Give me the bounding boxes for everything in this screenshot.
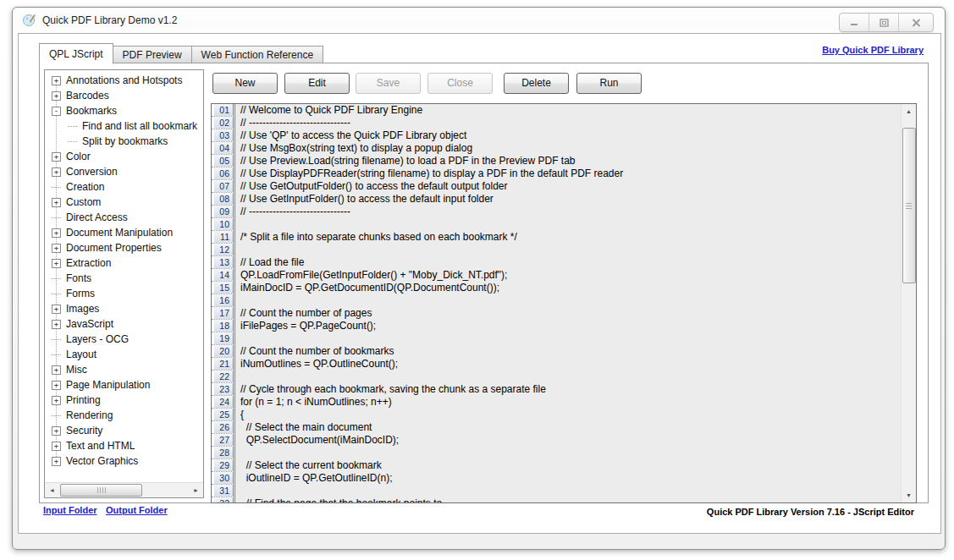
- expand-icon[interactable]: +: [52, 381, 61, 390]
- save-button[interactable]: Save: [356, 73, 421, 94]
- tree-item-security[interactable]: +Security: [45, 423, 203, 438]
- close-script-button[interactable]: Close: [427, 73, 493, 94]
- line-number: 06: [212, 167, 235, 180]
- scroll-down-icon[interactable]: ▼: [902, 488, 916, 502]
- editor-vertical-scrollbar[interactable]: ▲ ▼: [901, 104, 916, 502]
- tree-item-annotations-and-hotspots[interactable]: +Annotations and Hotspots: [45, 73, 203, 88]
- expand-icon[interactable]: +: [52, 457, 61, 466]
- scroll-up-icon[interactable]: ▲: [902, 104, 916, 118]
- expand-icon[interactable]: +: [52, 320, 61, 329]
- tab-web-function-reference[interactable]: Web Function Reference: [192, 46, 324, 63]
- tree-connector: [68, 126, 77, 127]
- code-line: 20// Count the number of bookmarks: [212, 345, 902, 358]
- tree-item-label: Document Manipulation: [66, 227, 173, 239]
- code-line: 32 // Find the page that the bookmark po…: [212, 497, 902, 502]
- tree-item-barcodes[interactable]: +Barcodes: [45, 88, 203, 103]
- tree-connector: [52, 217, 61, 218]
- code-line: 04// Use MsgBox(string text) to display …: [212, 142, 902, 155]
- expand-icon[interactable]: +: [52, 244, 61, 253]
- code-text: // ------------------------------: [235, 117, 902, 129]
- line-number: 02: [212, 117, 235, 129]
- tree-item-forms[interactable]: Forms: [45, 286, 203, 301]
- output-folder-link[interactable]: Output Folder: [106, 505, 168, 515]
- expand-icon[interactable]: +: [52, 91, 61, 101]
- tab-pdf-preview[interactable]: PDF Preview: [113, 46, 192, 63]
- tree-item-bookmarks[interactable]: -Bookmarks: [45, 103, 203, 118]
- scroll-left-icon[interactable]: ◄: [45, 483, 59, 497]
- line-number: 26: [212, 421, 235, 434]
- code-text: [235, 332, 902, 345]
- buy-quick-pdf-library-link[interactable]: Buy Quick PDF Library: [822, 45, 924, 55]
- delete-button[interactable]: Delete: [504, 73, 569, 94]
- expand-icon[interactable]: +: [52, 198, 61, 207]
- code-text: [235, 485, 902, 497]
- scroll-right-icon[interactable]: ►: [189, 483, 203, 497]
- expand-icon[interactable]: +: [52, 152, 61, 162]
- tree-item-printing[interactable]: +Printing: [45, 393, 203, 408]
- tree-item-fonts[interactable]: Fonts: [45, 271, 203, 286]
- tree-item-custom[interactable]: +Custom: [45, 195, 203, 210]
- tree-item-direct-access[interactable]: Direct Access: [45, 210, 203, 225]
- code-line: 22: [212, 371, 902, 383]
- line-number: 16: [212, 294, 235, 307]
- line-number: 14: [212, 269, 235, 282]
- tree-item-label: Vector Graphics: [66, 455, 138, 467]
- code-text: // Use DisplayPDFReader(string filename)…: [235, 167, 902, 180]
- tree-item-layout[interactable]: Layout: [45, 347, 203, 362]
- code-line: 28: [212, 447, 902, 459]
- code-text: iFilePages = QP.PageCount();: [235, 320, 902, 332]
- input-folder-link[interactable]: Input Folder: [43, 505, 97, 515]
- tree-item-misc[interactable]: +Misc: [45, 362, 203, 377]
- line-number: 28: [212, 447, 235, 459]
- tree-horizontal-scrollbar[interactable]: ◄ ►: [45, 482, 203, 497]
- tree-item-text-and-html[interactable]: +Text and HTML: [45, 438, 203, 453]
- tree-item-layers-ocg[interactable]: Layers - OCG: [45, 332, 203, 347]
- code-text: [235, 218, 902, 231]
- new-button[interactable]: New: [212, 73, 278, 94]
- tree-item-creation[interactable]: Creation: [45, 179, 203, 195]
- expand-icon[interactable]: +: [52, 305, 61, 314]
- tab-qpl-jscript[interactable]: QPL JScript: [39, 43, 113, 64]
- tree-item-label: Images: [66, 303, 99, 315]
- expand-icon[interactable]: +: [52, 426, 61, 436]
- expand-icon[interactable]: +: [52, 228, 61, 238]
- scroll-thumb[interactable]: [902, 128, 916, 283]
- tree-item-javascript[interactable]: +JavaScript: [45, 316, 203, 332]
- tree-item-document-manipulation[interactable]: +Document Manipulation: [45, 225, 203, 240]
- code-text: // Select the current bookmark: [235, 459, 902, 472]
- line-number: 01: [212, 104, 235, 117]
- collapse-icon[interactable]: -: [52, 107, 61, 116]
- line-number: 29: [212, 459, 235, 472]
- tree-item-extraction[interactable]: +Extraction: [45, 255, 203, 271]
- tree-item-color[interactable]: +Color: [45, 149, 203, 164]
- tree-item-find-and-list-all-bookmark[interactable]: Find and list all bookmark: [45, 118, 203, 134]
- close-button[interactable]: [899, 14, 933, 31]
- tree-item-split-by-bookmarks[interactable]: Split by bookmarks: [45, 134, 203, 149]
- minimize-button[interactable]: [840, 14, 869, 31]
- expand-icon[interactable]: +: [52, 259, 61, 268]
- code-line: 30 iOutlineID = QP.GetOutlineID(n);: [212, 472, 902, 485]
- expand-icon[interactable]: +: [52, 442, 61, 451]
- run-button[interactable]: Run: [576, 73, 642, 94]
- tree-connector: [52, 278, 61, 279]
- tree-item-document-properties[interactable]: +Document Properties: [45, 240, 203, 255]
- expand-icon[interactable]: +: [52, 396, 61, 405]
- expand-icon[interactable]: +: [52, 365, 61, 375]
- tree-item-vector-graphics[interactable]: +Vector Graphics: [45, 453, 203, 469]
- scroll-track[interactable]: [59, 483, 189, 497]
- edit-button[interactable]: Edit: [284, 73, 350, 94]
- tree-item-rendering[interactable]: Rendering: [45, 408, 203, 423]
- code-text: // Use MsgBox(string text) to display a …: [235, 142, 902, 155]
- line-number: 23: [212, 383, 235, 396]
- tree-item-conversion[interactable]: +Conversion: [45, 164, 203, 179]
- code-line: 18iFilePages = QP.PageCount();: [212, 320, 902, 332]
- code-editor[interactable]: 01// Welcome to Quick PDF Library Engine…: [211, 103, 917, 503]
- tree-item-page-manipulation[interactable]: +Page Manipulation: [45, 377, 203, 393]
- expand-icon[interactable]: +: [52, 76, 61, 85]
- tree-item-images[interactable]: +Images: [45, 301, 203, 316]
- maximize-button[interactable]: [869, 14, 899, 31]
- title-bar[interactable]: Quick PDF Library Demo v1.2: [13, 8, 945, 33]
- script-tree[interactable]: +Annotations and Hotspots+Barcodes-Bookm…: [44, 69, 204, 498]
- scroll-thumb[interactable]: [60, 484, 142, 497]
- expand-icon[interactable]: +: [52, 167, 61, 177]
